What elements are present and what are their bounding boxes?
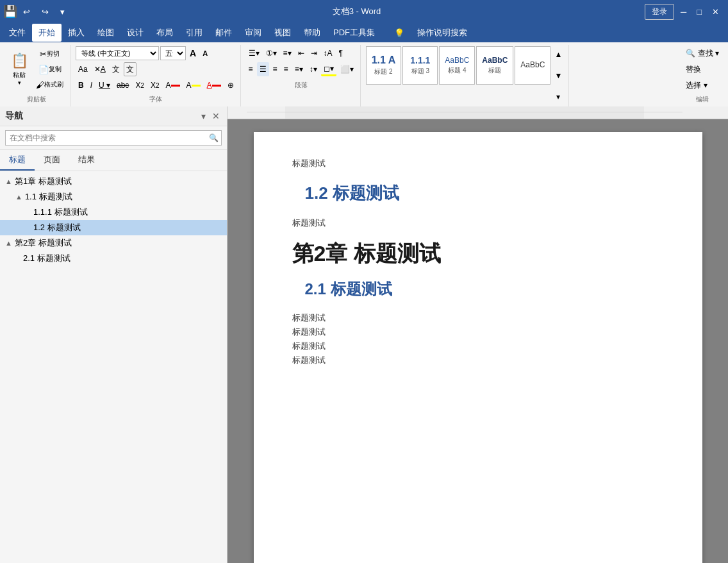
undo-button[interactable]: ↩ [19,6,34,18]
menu-references[interactable]: 引用 [179,24,209,42]
toggle-ch1[interactable]: ▲ [5,178,12,185]
nav-menu-button[interactable]: ▾ [199,110,208,122]
toggle-ch2[interactable]: ▲ [5,239,12,247]
underline-button[interactable]: U ▾ [96,78,113,92]
tree-item-h1-2[interactable]: ▶ 1.2 标题测试 [0,220,227,235]
nav-close-button[interactable]: ✕ [210,110,222,122]
format-painter-button[interactable]: 🖌 格式刷 [33,78,66,92]
tree-item-h2-1[interactable]: ▶ 2.1 标题测试 [0,251,227,266]
font-color-button[interactable]: A [163,78,183,92]
paste-button[interactable]: 📋 粘贴 ▾ [6,46,32,92]
tab-headings[interactable]: 标题 [0,150,35,171]
title-bar: 💾 ↩ ↪ ▾ 文档3 - Word 登录 ─ □ ✕ [0,0,728,23]
redo-button[interactable]: ↪ [38,6,53,18]
doc-body-4: 标题测试 [292,355,664,366]
border-button[interactable]: ⬜▾ [338,62,356,76]
tab-pages[interactable]: 页面 [35,150,69,171]
styles-more[interactable]: ▾ [552,90,565,104]
tree-item-ch1[interactable]: ▲ 第1章 标题测试 [0,174,227,189]
tree-label-h1-1: 1.1 标题测试 [25,191,72,203]
tree-label-h2-1: 2.1 标题测试 [23,253,70,264]
multilevel-list-button[interactable]: ≡▾ [281,46,294,60]
highlight-button[interactable]: A [184,78,203,92]
char-border-button[interactable]: 文 [124,62,136,76]
show-marks-button[interactable]: ¶ [336,46,345,60]
font-shrink-button[interactable]: A [200,46,210,60]
menu-view[interactable]: 视图 [268,24,297,42]
hint-search[interactable]: 操作说明搜索 [411,24,474,42]
tree-item-ch2[interactable]: ▲ 第2章 标题测试 [0,235,227,251]
tree-item-h1-1[interactable]: ▲ 1.1 标题测试 [0,189,227,205]
search-button[interactable]: 🔍 [209,133,219,142]
ribbon: 📋 粘贴 ▾ ✂ 剪切 📄 复制 🖌 格式刷 剪贴板 等线 (中文正文) [0,42,728,107]
toggle-h1-1[interactable]: ▲ [15,193,22,201]
bullets-button[interactable]: ☰▾ [246,46,262,60]
minimize-button[interactable]: ─ [677,6,690,18]
menu-help[interactable]: 帮助 [297,24,327,42]
replace-button[interactable]: 替换 [683,62,704,76]
hint-icon[interactable]: 💡 [388,24,411,42]
font-color2-button[interactable]: A [204,78,224,92]
tree-item-h1-1-1[interactable]: ▶ 1.1.1 标题测试 [0,205,227,220]
login-button[interactable]: 登录 [645,4,674,20]
align-left-button[interactable]: ≡ [246,62,256,76]
menu-insert[interactable]: 插入 [62,24,91,42]
menu-draw[interactable]: 绘图 [91,24,120,42]
search-wrapper: 🔍 [5,130,222,146]
font-color-ext-button[interactable]: 文 [110,62,122,76]
bold-button[interactable]: B [76,78,87,92]
tab-results[interactable]: 结果 [69,150,104,171]
strikethrough-button[interactable]: abc [114,78,131,92]
styles-scroll-up[interactable]: ▲ [552,47,565,62]
align-center-button[interactable]: ☰ [257,62,269,76]
superscript-button[interactable]: X2 [148,78,162,92]
menu-pdf[interactable]: PDF工具集 [327,24,381,42]
font-size-select[interactable]: 五号 [160,46,186,60]
document-page: 标题测试 1.2 标题测试 标题测试 第2章 标题测试 2.1 标题测试 标题测… [254,132,702,563]
close-button[interactable]: ✕ [708,6,723,18]
font-grow-button[interactable]: A [187,46,199,60]
clear-format-button[interactable]: ✕A [92,62,108,76]
navigation-panel: 导航 ▾ ✕ 🔍 标题 页面 结果 ▲ 第1章 标题测试 ▲ 1.1 标题测试 … [0,106,228,563]
justify-ext-button[interactable]: ≡▾ [292,62,306,76]
font-extra-button[interactable]: ⊕ [225,78,236,92]
style-heading[interactable]: AaBbC 标题 [476,46,513,85]
change-case-button[interactable]: Aа [76,62,90,76]
tree-label-ch2: 第2章 标题测试 [15,237,72,249]
numbering-button[interactable]: ①▾ [263,46,279,60]
search-input[interactable] [8,132,209,144]
style-default[interactable]: AaBbC [515,46,550,85]
maximize-button[interactable]: □ [693,6,706,18]
style-heading4[interactable]: AaBbC 标题 4 [439,46,475,85]
find-button[interactable]: 🔍 查找 ▾ [683,46,722,60]
subscript-button[interactable]: X2 [133,78,147,92]
styles-scroll-down[interactable]: ▼ [552,69,565,83]
font-family-select[interactable]: 等线 (中文正文) [76,46,159,60]
window-controls: 登录 ─ □ ✕ [645,4,723,20]
quick-access-toolbar: 💾 ↩ ↪ ▾ [5,6,69,18]
italic-button[interactable]: I [88,78,95,92]
align-right-button[interactable]: ≡ [270,62,280,76]
sort-button[interactable]: ↕A [321,46,335,60]
copy-button[interactable]: 📄 复制 [33,62,66,76]
decrease-indent-button[interactable]: ⇤ [295,46,307,60]
justify-button[interactable]: ≡ [281,62,291,76]
menu-file[interactable]: 文件 [3,24,32,42]
cut-button[interactable]: ✂ 剪切 [33,47,66,61]
menu-mail[interactable]: 邮件 [209,24,238,42]
paragraph-label: 段落 [246,80,356,91]
menu-home[interactable]: 开始 [32,24,62,42]
style-heading2[interactable]: 1.1 A 标题 2 [366,46,402,85]
style-heading3[interactable]: 1.1.1 标题 3 [402,46,438,85]
tree-label-h1-1-1: 1.1.1 标题测试 [33,206,88,218]
menu-design[interactable]: 设计 [120,24,150,42]
menu-layout[interactable]: 布局 [150,24,179,42]
menu-review[interactable]: 审阅 [238,24,268,42]
select-button[interactable]: 选择 ▾ [683,78,709,92]
document-area[interactable]: 标题测试 1.2 标题测试 标题测试 第2章 标题测试 2.1 标题测试 标题测… [228,119,728,563]
line-spacing-button[interactable]: ↕▾ [307,62,320,76]
customize-button[interactable]: ▾ [56,6,69,18]
shading-button[interactable]: ◻▾ [321,62,336,76]
word-icon: 💾 [5,6,15,17]
increase-indent-button[interactable]: ⇥ [308,46,320,60]
